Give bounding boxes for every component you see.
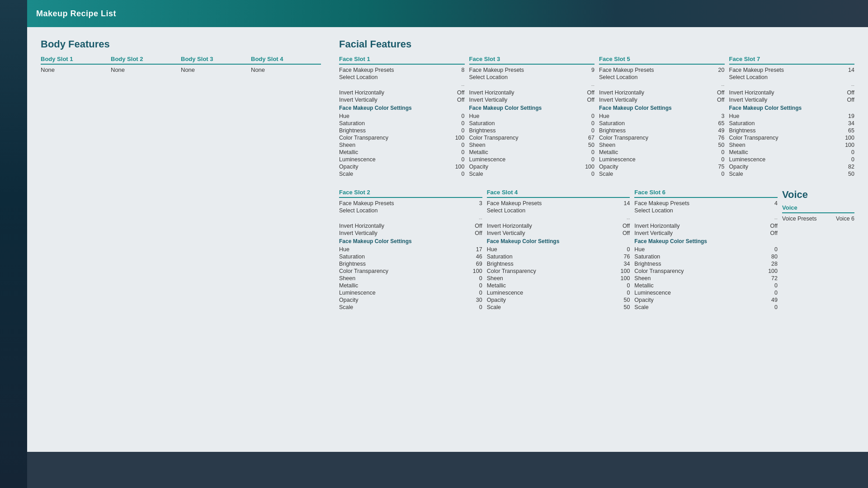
- face-row-value: 0: [479, 290, 482, 296]
- face-row-value: Off: [475, 223, 482, 229]
- face-row: Brightness0: [339, 127, 465, 134]
- face-row: Opacity82: [729, 163, 855, 170]
- voice-presets-label: Voice Presets: [782, 216, 816, 222]
- face-slot-header: Face Slot 6: [634, 189, 778, 198]
- face-divider: --: [487, 214, 630, 222]
- face-row-label: Color Transparency: [487, 268, 536, 274]
- face-row: Saturation76: [487, 253, 630, 260]
- face-row-label: Sheen: [599, 142, 615, 148]
- face-slot-header: Face Slot 3: [469, 56, 595, 65]
- face-row: Hue0: [339, 113, 465, 120]
- body-slot-4-header: Body Slot 4: [251, 56, 321, 65]
- face-row-value: 0: [479, 304, 482, 310]
- face-row-label: Invert Vertically: [729, 97, 768, 103]
- face-row: Invert HorizontallyOff: [729, 89, 855, 96]
- face-row-value: 76: [623, 253, 630, 260]
- face-slot-face-slot-7: Face Slot 7Face Makeup Presets14Select L…: [729, 56, 855, 178]
- face-row-value: 0: [591, 171, 594, 177]
- face-row-label: Color Transparency: [599, 135, 648, 141]
- body-slot-2-header: Body Slot 2: [111, 56, 181, 65]
- face-row-value: 0: [462, 113, 465, 119]
- face-row: Metallic0: [599, 149, 725, 156]
- face-row: Invert VerticallyOff: [599, 96, 725, 103]
- face-row-value: 50: [623, 297, 630, 303]
- face-row-value: 100: [620, 268, 630, 274]
- face-row: Hue3: [599, 113, 725, 120]
- face-row-value: 0: [774, 304, 778, 310]
- face-row: Scale0: [599, 170, 725, 178]
- face-row: Brightness34: [487, 260, 630, 267]
- face-row: Invert VerticallyOff: [487, 230, 630, 237]
- face-row-label: Face Makeup Presets: [729, 67, 784, 73]
- face-row: Color Transparency76: [599, 134, 725, 141]
- face-row: Select Location: [339, 74, 465, 81]
- face-row-value: 3: [479, 200, 482, 206]
- face-row: Hue0: [487, 246, 630, 253]
- voice-section: VoiceVoiceVoice PresetsVoice 6: [782, 189, 854, 311]
- face-slot-face-slot-6: Face Slot 6Face Makeup Presets4Select Lo…: [634, 189, 778, 311]
- face-row-value: 80: [771, 253, 778, 260]
- face-subheader: Face Makeup Color Settings: [469, 103, 595, 113]
- face-row-value: 0: [479, 282, 482, 289]
- face-row-value: 76: [718, 135, 725, 141]
- face-row-value: 34: [623, 261, 630, 267]
- face-row: Hue0: [469, 113, 595, 120]
- face-slot-face-slot-3: Face Slot 3Face Makeup Presets9Select Lo…: [469, 56, 595, 178]
- face-row: Face Makeup Presets20: [599, 66, 725, 74]
- face-row: Luminescence0: [487, 289, 630, 296]
- face-slot-face-slot-4: Face Slot 4Face Makeup Presets14Select L…: [487, 189, 630, 311]
- face-row-label: Metallic: [339, 149, 358, 155]
- face-row-label: Saturation: [487, 253, 513, 260]
- face-row-label: Invert Horizontally: [634, 223, 679, 229]
- body-slot-3-header: Body Slot 3: [181, 56, 251, 65]
- face-row-label: Hue: [634, 246, 645, 253]
- face-row-value: 4: [774, 200, 778, 206]
- face-row-label: Select Location: [469, 74, 508, 80]
- face-row: Opacity100: [339, 163, 465, 170]
- face-row-label: Invert Horizontally: [599, 89, 644, 96]
- face-subheader: Face Makeup Color Settings: [599, 103, 725, 113]
- page-title: Makeup Recipe List: [36, 9, 116, 19]
- face-row-value: 0: [722, 149, 725, 155]
- face-row: Metallic0: [729, 149, 855, 156]
- face-row-value: 0: [462, 142, 465, 148]
- voice-heading: Voice: [782, 189, 854, 201]
- facial-features-section: Facial Features Face Slot 1Face Makeup P…: [339, 38, 854, 311]
- content-layout: Body Features Body Slot 1 None Body Slot…: [41, 38, 854, 311]
- face-row: Scale0: [634, 304, 778, 311]
- face-row-value: Off: [717, 89, 724, 96]
- face-divider: --: [599, 81, 725, 89]
- face-row-label: Hue: [339, 113, 349, 119]
- face-row-label: Metallic: [634, 282, 653, 289]
- face-row-label: Face Makeup Presets: [599, 67, 654, 73]
- face-row-value: 100: [845, 142, 854, 148]
- face-row: Sheen72: [634, 275, 778, 282]
- face-row: Metallic0: [469, 149, 595, 156]
- face-row-value: 0: [462, 156, 465, 163]
- face-row: Luminescence0: [339, 156, 465, 163]
- face-row: Select Location: [599, 74, 725, 81]
- face-row-value: 19: [848, 113, 854, 119]
- face-row-value: 100: [455, 164, 465, 170]
- face-row-label: Luminescence: [469, 156, 506, 163]
- face-row: Sheen0: [339, 141, 465, 149]
- face-row: Opacity50: [487, 296, 630, 304]
- face-row: Color Transparency100: [339, 267, 482, 275]
- face-row-value: 65: [848, 127, 854, 134]
- facial-features-heading: Facial Features: [339, 38, 854, 50]
- face-row: Color Transparency67: [469, 134, 595, 141]
- face-row-value: 0: [774, 290, 778, 296]
- face-row-value: 50: [623, 304, 630, 310]
- face-row-value: Off: [475, 230, 482, 236]
- face-row-value: 49: [718, 127, 725, 134]
- face-slot-header: Face Slot 7: [729, 56, 855, 65]
- face-row-label: Saturation: [599, 120, 625, 127]
- body-slot-4-value: None: [251, 66, 321, 73]
- face-row-label: Scale: [487, 304, 501, 310]
- face-row-label: Sheen: [339, 275, 355, 282]
- face-row: Face Makeup Presets4: [634, 200, 778, 207]
- face-row: Sheen100: [729, 141, 855, 149]
- face-row-value: 75: [718, 164, 725, 170]
- face-row-label: Metallic: [469, 149, 488, 155]
- face-row-label: Hue: [599, 113, 609, 119]
